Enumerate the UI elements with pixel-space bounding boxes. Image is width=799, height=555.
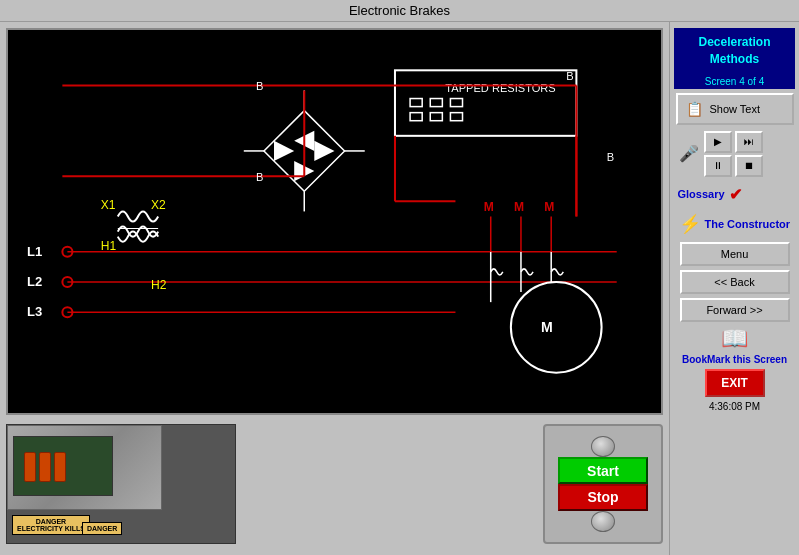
cap-1 [24, 452, 36, 482]
show-text-label: Show Text [710, 103, 761, 115]
bookmark-area[interactable]: 📖 BookMark this Screen [682, 326, 787, 365]
panel-indicator-bottom [591, 511, 615, 532]
circuit-board [13, 436, 113, 496]
constructor-label: The Constructor [705, 218, 791, 230]
svg-text:X1: X1 [101, 198, 116, 212]
main-layout: TAPPED RESISTORS [0, 22, 799, 555]
media-controls-row: 🎤 ▶ ⏭ ⏸ ⏹ [676, 129, 794, 179]
svg-text:L1: L1 [27, 244, 42, 259]
document-icon: 📋 [684, 98, 706, 120]
svg-text:X2: X2 [151, 198, 166, 212]
cap-3 [54, 452, 66, 482]
svg-text:L3: L3 [27, 304, 42, 319]
equipment-box [7, 425, 162, 510]
media-controls: ▶ ⏭ ⏸ ⏹ [704, 131, 764, 177]
svg-text:M: M [514, 200, 524, 214]
equipment-photo: DANGERELECTRICITY KILLS DANGER [6, 424, 236, 544]
glossary-button[interactable]: Glossary ✔ [678, 185, 742, 204]
cap-2 [39, 452, 51, 482]
play-button[interactable]: ▶ [704, 131, 732, 153]
svg-text:L2: L2 [27, 274, 42, 289]
back-button[interactable]: << Back [680, 270, 790, 294]
diagram-area: TAPPED RESISTORS [0, 22, 669, 555]
danger-label-1: DANGERELECTRICITY KILLS [12, 515, 90, 535]
skip-forward-button[interactable]: ⏭ [735, 131, 763, 153]
exit-button[interactable]: EXIT [705, 369, 765, 397]
capacitors [24, 452, 66, 482]
page-title: Electronic Brakes [349, 3, 450, 18]
stop-media-button[interactable]: ⏹ [735, 155, 763, 177]
pause-button[interactable]: ⏸ [704, 155, 732, 177]
mic-icon: 🎤 [678, 143, 700, 165]
svg-text:M: M [484, 200, 494, 214]
menu-button[interactable]: Menu [680, 242, 790, 266]
start-button[interactable]: Start [558, 457, 648, 484]
clock: 4:36:08 PM [709, 401, 760, 412]
svg-text:TAPPED RESISTORS: TAPPED RESISTORS [445, 82, 555, 94]
svg-text:H2: H2 [151, 278, 167, 292]
show-text-button[interactable]: 📋 Show Text [676, 93, 794, 125]
svg-text:B: B [607, 151, 614, 163]
svg-text:B: B [256, 80, 263, 92]
circuit-svg: TAPPED RESISTORS [8, 30, 661, 413]
svg-rect-0 [12, 30, 657, 413]
constructor-icon: ⚡ [679, 213, 701, 235]
decel-header: DecelerationMethods [674, 28, 795, 74]
checkmark-icon: ✔ [729, 185, 742, 204]
svg-text:B: B [256, 171, 263, 183]
glossary-row: Glossary ✔ [676, 183, 794, 206]
panel-indicator [591, 436, 615, 457]
control-panel: Start Stop [543, 424, 663, 544]
right-sidebar: DecelerationMethods Screen 4 of 4 📋 Show… [669, 22, 799, 555]
screen-info: Screen 4 of 4 [674, 74, 795, 89]
forward-button[interactable]: Forward >> [680, 298, 790, 322]
svg-text:M: M [541, 319, 553, 335]
danger-label-2: DANGER [82, 522, 122, 535]
title-bar: Electronic Brakes [0, 0, 799, 22]
bottom-panel: DANGERELECTRICITY KILLS DANGER Start Sto… [6, 419, 663, 549]
bookmark-icon: 📖 [721, 326, 748, 352]
stop-button[interactable]: Stop [558, 484, 648, 511]
constructor-button[interactable]: ⚡ The Constructor [676, 210, 794, 238]
svg-text:H1: H1 [101, 239, 117, 253]
bookmark-label: BookMark this Screen [682, 354, 787, 365]
diagram-frame: TAPPED RESISTORS [6, 28, 663, 415]
glossary-label: Glossary [678, 188, 725, 200]
svg-text:B: B [566, 70, 573, 82]
svg-text:M: M [544, 200, 554, 214]
